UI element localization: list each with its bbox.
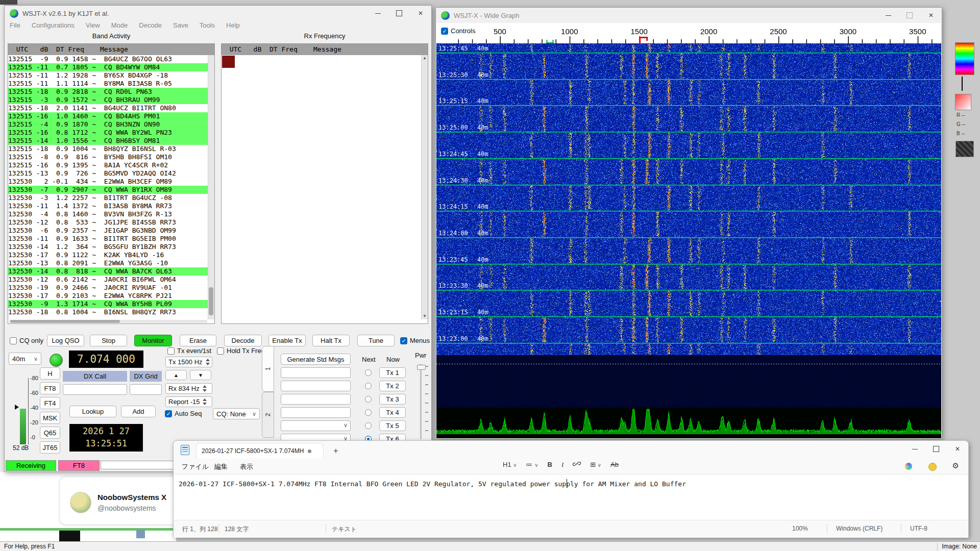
pwr-slider-handle[interactable]: [417, 365, 426, 370]
wsjtx-titlebar[interactable]: WSJT-X v2.6.1 by K1JT et al. ✕: [5, 6, 431, 21]
halt-tx-button[interactable]: Halt Tx: [312, 335, 350, 346]
tx-message-field-1[interactable]: [281, 367, 351, 378]
menu-file[interactable]: ファイル: [182, 462, 209, 471]
notepad-tab[interactable]: 2026-01-27 ICF-5800+SX-1 7.074MH: [196, 443, 324, 459]
tx-now-button-2[interactable]: Tx 2: [379, 381, 406, 391]
decode-row[interactable]: 132515 -3 0.9 1572 ~ CQ BH3RAU OM99: [8, 96, 208, 104]
spin-up-icon[interactable]: [206, 359, 210, 361]
band-select[interactable]: 40m∨: [9, 353, 41, 365]
x-profile-handle[interactable]: @noobowsystems: [97, 504, 156, 512]
decode-row[interactable]: 132530 -18 0.8 1004 ~ BI6NSL BH8QYZ RR73: [8, 308, 208, 316]
menu-decode[interactable]: Decode: [139, 21, 162, 29]
decode-row[interactable]: 132530 -11 1.4 1372 ~ BI3ASB BY8MA RR73: [8, 202, 208, 210]
bold-button[interactable]: B: [548, 461, 552, 468]
tx-next-radio-3[interactable]: [365, 396, 372, 403]
decode-row[interactable]: 132530 -19 0.9 2466 ~ JA0CRI RV9UAF -01: [8, 284, 208, 292]
tx-next-radio-1[interactable]: [365, 369, 372, 376]
decode-row[interactable]: 132530 -4 0.8 1460 ~ BV3VN BH3FZG R-13: [8, 210, 208, 218]
decode-row[interactable]: 132515 -16 1.0 1460 ~ CQ BD4AHS PM01: [8, 112, 208, 120]
generate-std-msgs-button[interactable]: Generate Std Msgs: [281, 354, 351, 365]
tx-message-field-4[interactable]: [281, 407, 351, 418]
minimize-button[interactable]: [367, 6, 388, 20]
auto-seq-checkbox[interactable]: ✓Auto Seq: [165, 410, 202, 417]
tx-message-field-2[interactable]: [281, 381, 351, 391]
decode-row[interactable]: 132515 -18 0.9 2818 ~ CQ RD0L PN63: [8, 88, 208, 96]
monitor-button[interactable]: Monitor: [134, 335, 172, 346]
menu-mode[interactable]: Mode: [111, 21, 128, 29]
tx-now-button-3[interactable]: Tx 3: [379, 394, 406, 405]
tx-message-field-5[interactable]: ∨: [281, 420, 351, 431]
cq-dir-select[interactable]: CQ: None∨: [213, 408, 260, 419]
decode-row[interactable]: 132530 -7 0.9 2907 ~ CQ WWA BY1RX OM89: [8, 186, 208, 194]
decode-row[interactable]: 132515 -11 1.1 1114 ~ BY8MA BI3ASB R-05: [8, 80, 208, 88]
maximize-button[interactable]: [388, 6, 410, 20]
decode-row[interactable]: 132530 -3 1.2 2257 ~ BI1TRT BG4UCZ -08: [8, 194, 208, 202]
enable-tx-button[interactable]: Enable Tx: [268, 335, 306, 346]
decode-row[interactable]: 132515 -9 0.9 1458 ~ BG4UCZ BG7OO OL63: [8, 55, 208, 63]
new-tab-button[interactable]: +: [330, 445, 342, 457]
decode-button[interactable]: Decode: [224, 335, 262, 346]
pattern-swatch[interactable]: [955, 141, 974, 157]
controls-checkbox[interactable]: ✓Controls: [440, 26, 478, 36]
report-spinner[interactable]: Report -15: [165, 396, 212, 407]
close-button[interactable]: ✕: [947, 441, 968, 457]
add-button[interactable]: Add: [121, 406, 156, 417]
freq-up-button[interactable]: ▲: [165, 370, 187, 380]
log-qso-button[interactable]: Log QSO: [47, 335, 84, 346]
link-icon[interactable]: [573, 460, 581, 469]
mode-button-msk[interactable]: MSK: [40, 412, 60, 424]
menu-configurations[interactable]: Configurations: [32, 21, 75, 29]
maximize-button[interactable]: [925, 441, 947, 457]
rx-frequency-vscrollbar[interactable]: ▲ ▼: [421, 55, 428, 319]
notepad-content[interactable]: 2026-01-27 ICF-5800+SX-1 7.074MHz FT8 In…: [174, 474, 968, 520]
spin-up-icon[interactable]: [203, 385, 207, 388]
decode-row[interactable]: 132515 -11 1.2 1928 ~ BY6SX BD4XGP -18: [8, 71, 208, 80]
menu-file[interactable]: File: [10, 21, 20, 29]
band-activity-hscrollbar[interactable]: [9, 320, 207, 323]
spin-down-icon[interactable]: [203, 403, 207, 405]
tx-message-field-3[interactable]: [281, 394, 351, 405]
menu-save[interactable]: Save: [173, 21, 188, 29]
decode-row[interactable]: 132530 -11 0.9 1633 ~ BI1TRT BG5EIB PM00: [8, 235, 208, 243]
close-button[interactable]: ✕: [410, 6, 431, 20]
cq-only-box[interactable]: [10, 337, 17, 344]
value-slider-line[interactable]: [962, 77, 963, 91]
tx-next-radio-4[interactable]: [365, 409, 372, 416]
decode-row[interactable]: 132530 -17 0.9 2103 ~ E2WWA YC8RPK PJ21: [8, 292, 208, 300]
minimize-button[interactable]: [904, 441, 925, 457]
zoom-status[interactable]: 100%: [792, 525, 808, 532]
decode-row[interactable]: 132515 -16 0.9 1395 ~ 8A1A YC4SCR R+02: [8, 161, 208, 169]
settings-gear-icon[interactable]: ⚙: [952, 461, 959, 470]
tx-next-radio-5[interactable]: [365, 422, 372, 429]
mode-button-ft8[interactable]: FT8: [40, 382, 60, 394]
menu-tools[interactable]: Tools: [200, 21, 215, 29]
italic-button[interactable]: I: [561, 461, 564, 469]
decode-row[interactable]: 132515 -18 2.0 1141 ~ BG4UCZ BI1TRT ON80: [8, 104, 208, 112]
freq-down-button[interactable]: ▼: [190, 370, 211, 380]
x-profile-name[interactable]: NoobowSystems X: [97, 493, 166, 502]
waterfall-canvas[interactable]: [436, 43, 941, 408]
table-icon[interactable]: ⊞ ∨: [590, 461, 601, 468]
spin-down-icon[interactable]: [203, 389, 207, 392]
x-profile-card[interactable]: NoobowSystems X @noobowsystems: [59, 476, 183, 525]
tx-next-radio-2[interactable]: [365, 383, 372, 389]
decode-row[interactable]: 132515 -8 0.9 816 ~ BY5HB BH8FSI OM10: [8, 153, 208, 161]
decode-row[interactable]: 132530 -17 0.9 1122 ~ K2AK YB4LYD -16: [8, 251, 208, 259]
mode-button-q65[interactable]: Q65: [40, 427, 60, 439]
copilot-icon[interactable]: [905, 463, 912, 470]
stop-button[interactable]: Stop: [90, 335, 127, 346]
tx-tab-1[interactable]: 1: [262, 346, 274, 392]
decode-row[interactable]: 132515 -13 0.9 726 ~ BG5MVD YD2AQQ OI42: [8, 169, 208, 178]
maximize-button[interactable]: [899, 8, 920, 22]
decode-row[interactable]: 132530 -12 0.8 533 ~ JG1JPE BI4SSB RR73: [8, 218, 208, 227]
pwr-slider-track[interactable]: [420, 364, 422, 439]
tx-now-button-1[interactable]: Tx 1: [379, 367, 406, 378]
frequency-scale[interactable]: [436, 23, 941, 43]
hold-tx-freq-checkbox[interactable]: Hold Tx Freq: [217, 347, 265, 355]
list-button[interactable]: ≔ ∨: [526, 461, 538, 468]
tx-tab-2[interactable]: 2: [262, 392, 274, 438]
menu-view[interactable]: View: [86, 21, 100, 29]
mode-button-ft4[interactable]: FT4: [40, 397, 60, 409]
menus-checkbox[interactable]: ✓Menus: [400, 337, 430, 344]
spin-up-icon[interactable]: [203, 398, 207, 401]
